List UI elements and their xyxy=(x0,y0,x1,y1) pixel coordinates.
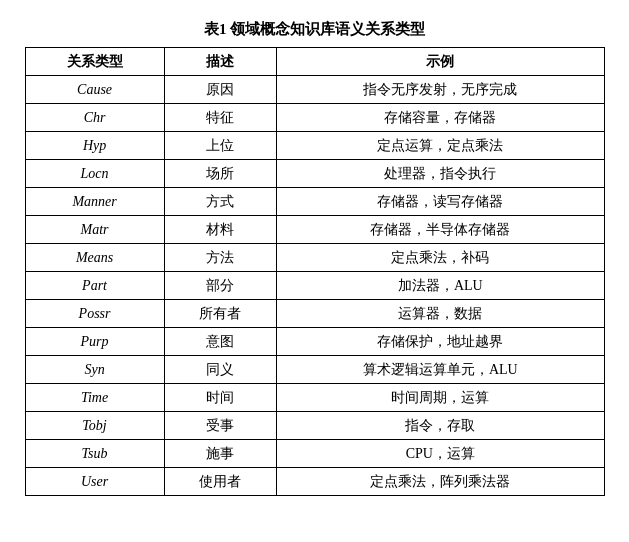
cell-2-1: 上位 xyxy=(164,132,276,160)
table-row: Part部分加法器，ALU xyxy=(25,272,604,300)
table-row: Manner方式存储器，读写存储器 xyxy=(25,188,604,216)
cell-3-2: 处理器，指令执行 xyxy=(277,160,604,188)
cell-11-2: 时间周期，运算 xyxy=(277,384,604,412)
cell-10-2: 算术逻辑运算单元，ALU xyxy=(277,356,604,384)
cell-7-1: 部分 xyxy=(164,272,276,300)
cell-9-0: Purp xyxy=(25,328,164,356)
table-row: Means方法定点乘法，补码 xyxy=(25,244,604,272)
cell-0-0: Cause xyxy=(25,76,164,104)
table-row: Chr特征存储容量，存储器 xyxy=(25,104,604,132)
cell-4-1: 方式 xyxy=(164,188,276,216)
cell-12-2: 指令，存取 xyxy=(277,412,604,440)
table-row: Syn同义算术逻辑运算单元，ALU xyxy=(25,356,604,384)
cell-10-0: Syn xyxy=(25,356,164,384)
cell-14-0: User xyxy=(25,468,164,496)
cell-11-1: 时间 xyxy=(164,384,276,412)
cell-5-1: 材料 xyxy=(164,216,276,244)
cell-10-1: 同义 xyxy=(164,356,276,384)
cell-6-0: Means xyxy=(25,244,164,272)
cell-12-1: 受事 xyxy=(164,412,276,440)
cell-2-2: 定点运算，定点乘法 xyxy=(277,132,604,160)
main-container: 表1 领域概念知识库语义关系类型 关系类型 描述 示例 Cause原因指令无序发… xyxy=(25,20,605,496)
col-header-desc: 描述 xyxy=(164,48,276,76)
cell-8-2: 运算器，数据 xyxy=(277,300,604,328)
cell-1-0: Chr xyxy=(25,104,164,132)
cell-0-2: 指令无序发射，无序完成 xyxy=(277,76,604,104)
cell-13-2: CPU，运算 xyxy=(277,440,604,468)
table-header-row: 关系类型 描述 示例 xyxy=(25,48,604,76)
table-row: Locn场所处理器，指令执行 xyxy=(25,160,604,188)
cell-5-0: Matr xyxy=(25,216,164,244)
cell-5-2: 存储器，半导体存储器 xyxy=(277,216,604,244)
cell-4-2: 存储器，读写存储器 xyxy=(277,188,604,216)
cell-7-2: 加法器，ALU xyxy=(277,272,604,300)
cell-13-1: 施事 xyxy=(164,440,276,468)
cell-9-1: 意图 xyxy=(164,328,276,356)
cell-8-0: Possr xyxy=(25,300,164,328)
table-row: Time时间时间周期，运算 xyxy=(25,384,604,412)
cell-1-2: 存储容量，存储器 xyxy=(277,104,604,132)
cell-6-1: 方法 xyxy=(164,244,276,272)
col-header-example: 示例 xyxy=(277,48,604,76)
cell-14-2: 定点乘法，阵列乘法器 xyxy=(277,468,604,496)
cell-0-1: 原因 xyxy=(164,76,276,104)
cell-9-2: 存储保护，地址越界 xyxy=(277,328,604,356)
cell-1-1: 特征 xyxy=(164,104,276,132)
cell-11-0: Time xyxy=(25,384,164,412)
cell-7-0: Part xyxy=(25,272,164,300)
cell-4-0: Manner xyxy=(25,188,164,216)
relation-table: 关系类型 描述 示例 Cause原因指令无序发射，无序完成Chr特征存储容量，存… xyxy=(25,47,605,496)
table-row: Tsub施事CPU，运算 xyxy=(25,440,604,468)
cell-13-0: Tsub xyxy=(25,440,164,468)
cell-3-1: 场所 xyxy=(164,160,276,188)
table-title: 表1 领域概念知识库语义关系类型 xyxy=(25,20,605,39)
cell-6-2: 定点乘法，补码 xyxy=(277,244,604,272)
table-row: Hyp上位定点运算，定点乘法 xyxy=(25,132,604,160)
table-row: User使用者定点乘法，阵列乘法器 xyxy=(25,468,604,496)
table-row: Purp意图存储保护，地址越界 xyxy=(25,328,604,356)
table-row: Cause原因指令无序发射，无序完成 xyxy=(25,76,604,104)
cell-12-0: Tobj xyxy=(25,412,164,440)
table-row: Tobj受事指令，存取 xyxy=(25,412,604,440)
cell-2-0: Hyp xyxy=(25,132,164,160)
cell-8-1: 所有者 xyxy=(164,300,276,328)
table-row: Matr材料存储器，半导体存储器 xyxy=(25,216,604,244)
cell-3-0: Locn xyxy=(25,160,164,188)
cell-14-1: 使用者 xyxy=(164,468,276,496)
table-row: Possr所有者运算器，数据 xyxy=(25,300,604,328)
col-header-type: 关系类型 xyxy=(25,48,164,76)
